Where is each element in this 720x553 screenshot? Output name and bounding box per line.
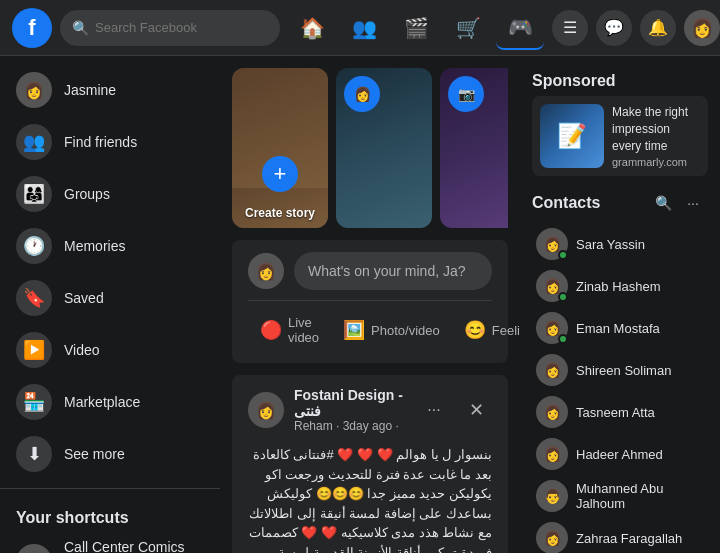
main-layout: 👩 Jasmine 👥 Find friends 👨‍👩‍👧 Groups 🕐 … (0, 56, 720, 553)
feed-post-fostani: 👩 Fostani Design - فنتى Reham · 3day ago… (232, 375, 508, 553)
notifications-btn[interactable]: 🔔 (640, 10, 676, 46)
search-bar[interactable]: 🔍 (60, 10, 280, 46)
see-more-icon: ⬇ (16, 436, 52, 472)
contacts-search-btn[interactable]: 🔍 (648, 188, 678, 218)
feeling-icon: 😊 (464, 319, 486, 341)
contact-eman[interactable]: 👩 Eman Mostafa (532, 308, 708, 348)
post-author-avatar: 👩 (248, 392, 284, 428)
sidebar-item-find-friends[interactable]: 👥 Find friends (4, 116, 216, 168)
sidebar-item-saved[interactable]: 🔖 Saved (4, 272, 216, 324)
contact-eman-avatar: 👩 (536, 312, 568, 344)
live-video-label: Live video (288, 315, 319, 345)
post-box-avatar: 👩 (248, 253, 284, 289)
sponsored-text: Make the right impression every time (612, 104, 700, 154)
sponsored-card[interactable]: 📝 Make the right impression every time g… (532, 96, 708, 176)
shortcut-1-label: Call Center Comics Keepers 😊 (64, 539, 204, 553)
search-icon: 🔍 (72, 20, 89, 36)
contact-zahraa-name: Zahraa Faragallah (576, 531, 682, 546)
online-indicator (558, 292, 568, 302)
messenger-btn[interactable]: 💬 (596, 10, 632, 46)
post-author-name: Fostani Design - فنتى (294, 387, 408, 419)
sidebar-item-groups[interactable]: 👨‍👩‍👧 Groups (4, 168, 216, 220)
contact-sara-name: Sara Yassin (576, 237, 645, 252)
center-feed: + Create story 👩 📷 ☕ 🚪 👩 (220, 56, 520, 553)
sidebar-item-marketplace[interactable]: 🏪 Marketplace (4, 376, 216, 428)
sidebar-label-video: Video (64, 342, 100, 358)
post-author-sub: Reham · 3day ago · (294, 419, 408, 433)
sidebar-label-see-more: See more (64, 446, 125, 462)
nav-center: 🏠 👥 🎬 🛒 🎮 (288, 6, 544, 50)
story-card-1[interactable]: 👩 (336, 68, 432, 228)
sidebar-item-user[interactable]: 👩 Jasmine (4, 64, 216, 116)
create-story-card[interactable]: + Create story (232, 68, 328, 228)
online-indicator (558, 250, 568, 260)
sidebar-item-memories[interactable]: 🕐 Memories (4, 220, 216, 272)
contact-sara[interactable]: 👩 Sara Yassin (532, 224, 708, 264)
sponsored-info: Make the right impression every time gra… (612, 104, 700, 168)
memories-icon: 🕐 (16, 228, 52, 264)
sidebar-item-video[interactable]: ▶️ Video (4, 324, 216, 376)
post-content-text: بنسوار ل يا هوالم ❤️ ❤️ ❤️ #فنتانى كالعا… (232, 445, 508, 553)
photo-video-btn[interactable]: 🖼️ Photo/video (331, 309, 452, 351)
live-video-icon: 🔴 (260, 319, 282, 341)
left-sidebar: 👩 Jasmine 👥 Find friends 👨‍👩‍👧 Groups 🕐 … (0, 56, 220, 553)
post-menu-button[interactable]: ··· (418, 394, 450, 426)
contacts-list: 👩 Sara Yassin 👩 Zinab Hashem 👩 Eman Most… (532, 224, 708, 553)
shortcut-1-avatar: 😊 (16, 544, 52, 554)
post-box-divider (248, 300, 492, 301)
shortcut-1[interactable]: 😊 Call Center Comics Keepers 😊 ( كور اله… (4, 531, 216, 553)
story-card-2[interactable]: 📷 (440, 68, 508, 228)
menu-btn[interactable]: ☰ (552, 10, 588, 46)
nav-marketplace[interactable]: 🛒 (444, 6, 492, 50)
nav-home[interactable]: 🏠 (288, 6, 336, 50)
contact-eman-name: Eman Mostafa (576, 321, 660, 336)
nav-friends[interactable]: 👥 (340, 6, 388, 50)
marketplace-icon: 🏪 (16, 384, 52, 420)
video-icon: ▶️ (16, 332, 52, 368)
sponsored-image: 📝 (540, 104, 604, 168)
saved-icon: 🔖 (16, 280, 52, 316)
contact-zahraa-avatar: 👩 (536, 522, 568, 553)
contact-hadeer-avatar: 👩 (536, 438, 568, 470)
sponsored-domain: grammarly.com (612, 156, 700, 168)
contact-hadeer[interactable]: 👩 Hadeer Ahmed (532, 434, 708, 474)
post-box-top: 👩 What's on your mind, Ja? (248, 252, 492, 290)
feeling-btn[interactable]: 😊 Feeling/activity (452, 309, 520, 351)
sidebar-label-find-friends: Find friends (64, 134, 137, 150)
user-avatar-sidebar: 👩 (16, 72, 52, 108)
nav-video[interactable]: 🎬 (392, 6, 440, 50)
contact-tasneem-name: Tasneem Atta (576, 405, 655, 420)
contact-tasneem-avatar: 👩 (536, 396, 568, 428)
shortcuts-title: Your shortcuts (0, 497, 220, 531)
contact-shireen-name: Shireen Soliman (576, 363, 671, 378)
post-header: 👩 Fostani Design - فنتى Reham · 3day ago… (232, 375, 508, 445)
contact-sara-avatar: 👩 (536, 228, 568, 260)
contacts-title: Contacts (532, 194, 648, 212)
contact-shireen[interactable]: 👩 Shireen Soliman (532, 350, 708, 390)
sidebar-label-memories: Memories (64, 238, 125, 254)
sidebar-user-label: Jasmine (64, 82, 116, 98)
contact-muhanned[interactable]: 👨 Muhanned Abu Jalhoum (532, 476, 708, 516)
contacts-more-btn[interactable]: ··· (678, 188, 708, 218)
user-avatar[interactable]: 👩 (684, 10, 720, 46)
create-story-label: Create story (232, 206, 328, 220)
topnav: f 🔍 🏠 👥 🎬 🛒 🎮 ☰ 💬 🔔 👩 (0, 0, 720, 56)
contact-tasneem[interactable]: 👩 Tasneem Atta (532, 392, 708, 432)
post-compose-box: 👩 What's on your mind, Ja? 🔴 Live video … (232, 240, 508, 363)
nav-right: ☰ 💬 🔔 👩 (552, 10, 720, 46)
contact-zinab[interactable]: 👩 Zinab Hashem (532, 266, 708, 306)
contacts-header: Contacts 🔍 ··· (532, 188, 708, 218)
post-close-button[interactable]: ✕ (460, 394, 492, 426)
sidebar-label-saved: Saved (64, 290, 104, 306)
contact-zinab-avatar: 👩 (536, 270, 568, 302)
search-input[interactable] (95, 20, 268, 35)
sidebar-item-see-more[interactable]: ⬇ See more (4, 428, 216, 480)
facebook-logo[interactable]: f (12, 8, 52, 48)
online-indicator (558, 334, 568, 344)
nav-gaming[interactable]: 🎮 (496, 6, 544, 50)
live-video-btn[interactable]: 🔴 Live video (248, 309, 331, 351)
contact-zahraa[interactable]: 👩 Zahraa Faragallah (532, 518, 708, 553)
right-sidebar: Sponsored 📝 Make the right impression ev… (520, 56, 720, 553)
post-box-input[interactable]: What's on your mind, Ja? (294, 252, 492, 290)
contact-hadeer-name: Hadeer Ahmed (576, 447, 663, 462)
